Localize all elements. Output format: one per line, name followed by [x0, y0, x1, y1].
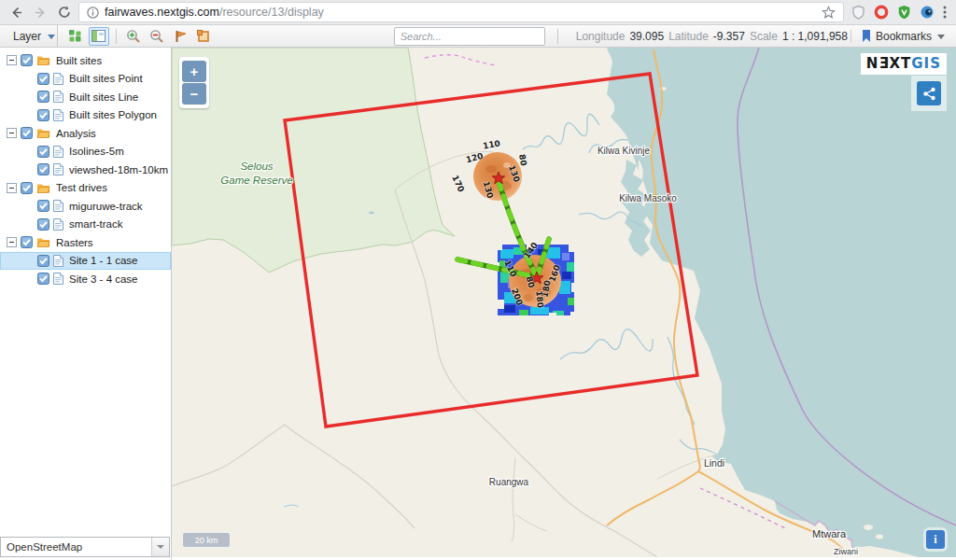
collapse-toggle-icon[interactable]: [7, 183, 17, 193]
layer-checkbox[interactable]: [37, 218, 49, 231]
share-button[interactable]: [917, 81, 941, 105]
layer-label: miguruwe-track: [67, 201, 143, 212]
layer-label: Rasters: [54, 237, 93, 248]
layer-tree-row[interactable]: Isolines-5m: [0, 143, 171, 161]
layer-tree-row[interactable]: Built sites Point: [0, 70, 171, 89]
app-window: fairwaves.nextgis.com/resource/13/displa…: [0, 0, 956, 560]
bookmarks-button[interactable]: Bookmarks: [851, 30, 956, 43]
collapse-toggle-icon[interactable]: [7, 128, 17, 138]
game-reserve-area: [172, 48, 455, 273]
folder-icon: [36, 127, 50, 139]
layer-checkbox[interactable]: [37, 109, 49, 121]
layer-label: Site 1 - 1 case: [67, 255, 138, 266]
attribution-info-button[interactable]: i: [926, 530, 945, 549]
initial-extent-button[interactable]: [170, 27, 190, 46]
layer-tree-row[interactable]: Built sites: [0, 51, 171, 70]
layer-checkbox[interactable]: [37, 146, 49, 158]
layer-file-icon: [53, 218, 63, 231]
layer-label: smart-track: [67, 218, 123, 230]
chevron-down-icon: [48, 35, 55, 39]
layer-checkbox[interactable]: [37, 163, 49, 175]
layer-label: Test drives: [54, 182, 107, 193]
layer-checkbox[interactable]: [21, 236, 33, 248]
toggle-panel-button[interactable]: [89, 27, 109, 46]
blue-globe-extension-icon[interactable]: [920, 5, 935, 20]
shield-extension-icon[interactable]: [851, 5, 865, 20]
layer-file-icon: [53, 255, 63, 267]
layers-visibility-button[interactable]: [65, 27, 86, 46]
folder-icon: [36, 182, 50, 194]
longitude-label: Longitude: [576, 30, 626, 43]
toolbar-separator: [557, 29, 558, 44]
layer-tree-row[interactable]: miguruwe-track: [0, 197, 171, 216]
layer-label: viewshed-18m-10km: [67, 164, 168, 175]
zoom-out-button[interactable]: −: [182, 83, 206, 105]
address-bar[interactable]: fairwaves.nextgis.com/resource/13/displa…: [78, 2, 844, 22]
layer-label: Isolines-5m: [67, 146, 124, 157]
folder-icon: [36, 54, 50, 66]
svg-text:Ruangwa: Ruangwa: [489, 477, 529, 487]
latitude-label: Latitude: [668, 30, 709, 43]
zoom-out-tool-button[interactable]: [147, 27, 167, 46]
browser-forward-button[interactable]: [30, 2, 50, 22]
red-circle-extension-icon[interactable]: [874, 5, 889, 20]
nextgis-logo[interactable]: NEXTGIS: [861, 53, 947, 75]
layer-file-icon: [53, 200, 63, 212]
svg-text:Game Reserve: Game Reserve: [220, 175, 292, 186]
share-icon: [922, 87, 936, 101]
share-panel: [911, 76, 947, 111]
layer-menu-button[interactable]: Layer: [0, 25, 58, 47]
layer-checkbox[interactable]: [37, 200, 49, 212]
zoom-in-button[interactable]: +: [182, 61, 206, 82]
layer-label: Built sites Line: [67, 91, 138, 103]
zoom-to-extent-button[interactable]: [193, 27, 214, 46]
layer-file-icon: [53, 109, 63, 121]
layer-tree-row[interactable]: Site 3 - 4 case: [0, 270, 171, 288]
layer-tree-row[interactable]: Test drives: [0, 179, 171, 198]
collapse-toggle-icon[interactable]: [7, 237, 17, 247]
layer-label: Site 3 - 4 case: [67, 273, 138, 285]
scale-value: 1 : 1,091,958: [782, 30, 848, 43]
svg-text:Lindi: Lindi: [704, 457, 724, 469]
basemap-value: OpenStreetMap: [1, 541, 151, 553]
layer-tree-row[interactable]: Built sites Line: [0, 88, 171, 106]
layer-tree-row[interactable]: viewshed-18m-10km: [0, 161, 171, 179]
layer-checkbox[interactable]: [37, 273, 49, 285]
layer-file-icon: [53, 146, 63, 158]
chevron-down-icon[interactable]: [151, 538, 169, 556]
layer-tree-row[interactable]: Site 1 - 1 case: [0, 252, 171, 271]
layer-tree-row[interactable]: Analysis: [0, 124, 171, 143]
layer-file-icon: [53, 163, 63, 175]
zoom-control: + −: [179, 57, 209, 108]
chevron-down-icon: [937, 35, 945, 39]
green-shield-extension-icon[interactable]: [897, 5, 911, 20]
browser-menu-icon[interactable]: [943, 5, 947, 20]
layer-checkbox[interactable]: [21, 182, 33, 194]
browser-bar: fairwaves.nextgis.com/resource/13/displa…: [0, 0, 956, 25]
layer-menu-label: Layer: [13, 30, 41, 43]
map-canvas[interactable]: SelousGame ReserveKilwa KivinjeKilwa Mas…: [172, 48, 956, 557]
collapse-toggle-icon[interactable]: [7, 55, 17, 65]
page-info-icon[interactable]: [87, 7, 99, 19]
svg-text:Selous: Selous: [240, 161, 273, 172]
zoom-in-tool-button[interactable]: [123, 27, 144, 46]
scalebar: 20 km: [182, 532, 231, 548]
layer-checkbox[interactable]: [37, 91, 49, 103]
layer-checkbox[interactable]: [21, 127, 33, 139]
layer-tree-row[interactable]: Rasters: [0, 233, 171, 252]
layer-checkbox[interactable]: [37, 255, 49, 267]
bookmark-star-icon[interactable]: [822, 6, 836, 20]
scale-label: Scale: [750, 30, 778, 43]
layer-tree-row[interactable]: smart-track: [0, 216, 171, 234]
svg-text:Kilwa Masoko: Kilwa Masoko: [619, 193, 677, 203]
app-toolbar: Layer: [0, 25, 956, 48]
svg-text:180: 180: [534, 290, 545, 309]
layer-checkbox[interactable]: [37, 73, 49, 85]
search-input[interactable]: [394, 27, 545, 46]
browser-back-button[interactable]: [6, 2, 26, 22]
extension-icons: [848, 5, 950, 20]
basemap-select[interactable]: OpenStreetMap: [0, 537, 170, 557]
layer-checkbox[interactable]: [21, 54, 33, 66]
browser-reload-button[interactable]: [54, 2, 75, 22]
layer-tree-row[interactable]: Built sites Polygon: [0, 106, 171, 125]
